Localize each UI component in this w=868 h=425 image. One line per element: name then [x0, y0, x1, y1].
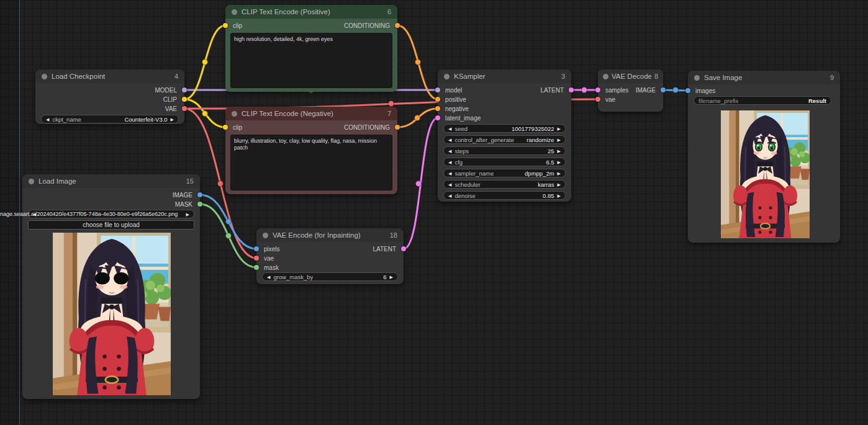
vae-port-dot[interactable]	[595, 97, 600, 102]
positive-prompt-textarea[interactable]: high resolution, detailed, 4k, green eye…	[230, 33, 392, 88]
input-latent-image[interactable]: latent_image	[438, 114, 481, 122]
latent-port-dot[interactable]	[569, 87, 574, 92]
increment-icon[interactable]: ▶	[558, 138, 561, 142]
decrement-icon[interactable]: ◀	[448, 127, 451, 131]
input-clip[interactable]: clip	[225, 22, 242, 29]
vae-port-dot[interactable]	[182, 106, 187, 111]
increment-icon[interactable]: ▶	[171, 117, 174, 122]
node-header[interactable]: Save Image 9	[688, 71, 840, 84]
output-latent[interactable]: LATENT	[373, 245, 404, 253]
sampler-name-widget[interactable]: ◀ sampler_name dpmpp_2m ▶	[443, 169, 566, 177]
choose-file-button[interactable]: choose file to upload	[28, 220, 194, 230]
decrement-icon[interactable]: ◀	[33, 212, 36, 217]
input-vae[interactable]: vae	[598, 96, 615, 103]
output-clip[interactable]: CLIP	[163, 96, 184, 103]
input-model[interactable]: model	[438, 86, 462, 94]
node-header[interactable]: CLIP Text Encode (Negative) 7	[225, 107, 397, 120]
output-mask[interactable]: MASK	[175, 200, 200, 208]
image-port-dot[interactable]	[661, 87, 666, 92]
control-after-generate-widget[interactable]: ◀ control_after_generate randomize ▶	[443, 135, 566, 144]
node-header[interactable]: Load Checkpoint 4	[35, 69, 184, 83]
image-port-dot[interactable]	[685, 88, 690, 93]
conditioning-port-dot[interactable]	[435, 97, 440, 102]
increment-icon[interactable]: ▶	[558, 171, 561, 176]
vae-port-dot[interactable]	[254, 256, 259, 261]
cfg-widget[interactable]: ◀ cfg 6.5 ▶	[443, 158, 566, 166]
node-ksampler[interactable]: KSampler 3 model positive negative laten…	[438, 69, 571, 202]
conditioning-port-dot[interactable]	[395, 23, 400, 28]
node-save-image[interactable]: Save Image 9 images filename_prefix Resu…	[688, 71, 840, 243]
input-samples[interactable]: samples	[598, 86, 628, 94]
model-port-dot[interactable]	[435, 87, 440, 92]
conditioning-port-dot[interactable]	[435, 106, 440, 111]
image-port-dot[interactable]	[254, 246, 259, 251]
conditioning-port-dot[interactable]	[395, 125, 400, 130]
negative-prompt-textarea[interactable]: blurry, illustration, toy, clay, low qua…	[230, 135, 392, 190]
input-vae[interactable]: vae	[256, 254, 274, 262]
node-header[interactable]: VAE Encode (for Inpainting) 18	[256, 228, 404, 242]
mask-port-dot[interactable]	[254, 265, 259, 270]
output-conditioning[interactable]: CONDITIONING	[344, 22, 397, 29]
node-vae-decode[interactable]: VAE Decode 8 samples vae IMAGE	[598, 69, 663, 112]
ckpt-name-widget[interactable]: ◀ ckpt_name Counterfeit-V3.0 ▶	[41, 115, 179, 123]
input-positive[interactable]: positive	[438, 96, 466, 103]
node-clip-text-encode-negative[interactable]: CLIP Text Encode (Negative) 7 clip CONDI…	[225, 107, 397, 194]
latent-port-dot[interactable]	[595, 87, 600, 92]
decrement-icon[interactable]: ◀	[448, 138, 451, 142]
decrement-icon[interactable]: ◀	[448, 194, 451, 198]
graph-canvas[interactable]: Load Checkpoint 4 MODEL CLIP VAE ◀ ckpt_…	[0, 0, 868, 425]
decrement-icon[interactable]: ◀	[46, 117, 49, 122]
latent-port-dot[interactable]	[401, 246, 406, 251]
increment-icon[interactable]: ▶	[558, 194, 561, 198]
widget-value: Result	[808, 97, 826, 104]
clip-port-dot[interactable]	[223, 125, 228, 130]
clip-port-dot[interactable]	[223, 23, 228, 28]
output-latent[interactable]: LATENT	[540, 86, 571, 94]
steps-widget[interactable]: ◀ steps 25 ▶	[443, 146, 566, 155]
output-image[interactable]: IMAGE	[636, 86, 663, 94]
seed-widget[interactable]: ◀ seed 1001779325022 ▶	[443, 124, 566, 133]
node-order: 8	[654, 73, 658, 80]
port-label: clip	[233, 22, 242, 29]
port-label: MODEL	[155, 87, 177, 94]
output-image[interactable]: IMAGE	[173, 191, 200, 199]
decrement-icon[interactable]: ◀	[448, 182, 451, 187]
grow-mask-by-widget[interactable]: ◀ grow_mask_by 6 ▶	[262, 272, 398, 281]
increment-icon[interactable]: ▶	[390, 275, 393, 279]
node-load-checkpoint[interactable]: Load Checkpoint 4 MODEL CLIP VAE ◀ ckpt_…	[35, 69, 184, 124]
output-conditioning[interactable]: CONDITIONING	[344, 123, 397, 131]
output-vae[interactable]: VAE	[165, 105, 184, 112]
node-header[interactable]: VAE Decode 8	[598, 69, 663, 83]
increment-icon[interactable]: ▶	[558, 182, 561, 187]
input-clip[interactable]: clip	[225, 123, 242, 131]
output-model[interactable]: MODEL	[155, 86, 184, 94]
input-mask[interactable]: mask	[256, 264, 279, 271]
denoise-widget[interactable]: ◀ denoise 0.85 ▶	[443, 191, 566, 200]
input-negative[interactable]: negative	[438, 105, 469, 112]
increment-icon[interactable]: ▶	[558, 127, 561, 131]
image-port-dot[interactable]	[197, 192, 202, 197]
input-images[interactable]: images	[688, 87, 715, 94]
node-header[interactable]: KSampler 3	[438, 69, 571, 83]
link-image-to-pixels	[200, 195, 256, 249]
node-header[interactable]: Load Image 15	[22, 174, 200, 188]
decrement-icon[interactable]: ◀	[267, 275, 270, 279]
model-port-dot[interactable]	[182, 87, 187, 92]
node-header[interactable]: CLIP Text Encode (Positive) 6	[225, 5, 397, 19]
increment-icon[interactable]: ▶	[558, 160, 561, 164]
node-load-image[interactable]: Load Image 15 IMAGE MASK nage.seaart.ai/…	[22, 174, 200, 399]
scheduler-widget[interactable]: ◀ scheduler karras ▶	[443, 180, 566, 189]
image-file-widget[interactable]: nage.seaart.ai/20240420/e4377f05-748a-4e…	[28, 210, 194, 218]
decrement-icon[interactable]: ◀	[448, 149, 451, 153]
clip-port-dot[interactable]	[182, 97, 187, 102]
decrement-icon[interactable]: ◀	[448, 171, 451, 176]
mask-port-dot[interactable]	[197, 202, 202, 207]
input-pixels[interactable]: pixels	[256, 245, 280, 253]
latent-port-dot[interactable]	[435, 115, 440, 120]
increment-icon[interactable]: ▶	[558, 149, 561, 153]
node-clip-text-encode-positive[interactable]: CLIP Text Encode (Positive) 6 clip CONDI…	[225, 5, 397, 92]
decrement-icon[interactable]: ◀	[448, 160, 451, 164]
increment-icon[interactable]: ▶	[186, 212, 189, 217]
node-vae-encode-inpainting[interactable]: VAE Encode (for Inpainting) 18 pixels va…	[256, 228, 404, 284]
filename-prefix-widget[interactable]: filename_prefix Result	[694, 96, 831, 105]
